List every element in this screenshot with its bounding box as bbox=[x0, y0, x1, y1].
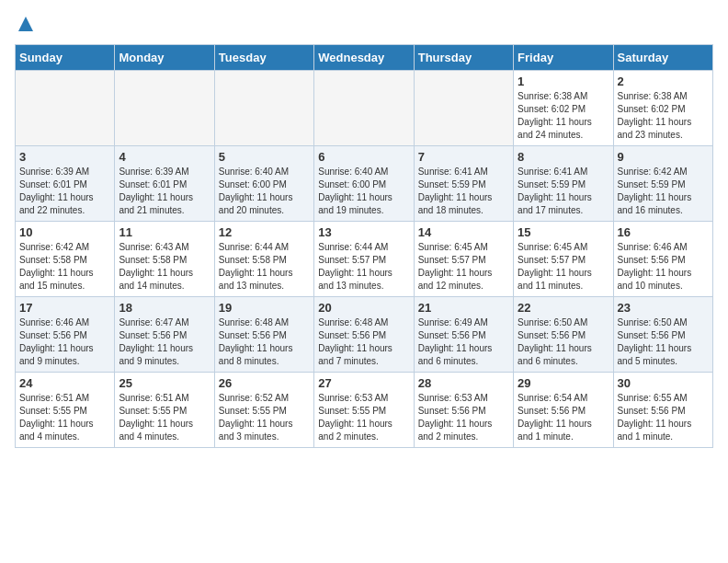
day-info: Sunrise: 6:50 AMSunset: 5:56 PMDaylight:… bbox=[618, 316, 709, 368]
day-number: 8 bbox=[518, 150, 609, 164]
calendar-cell: 14Sunrise: 6:45 AMSunset: 5:57 PMDayligh… bbox=[414, 222, 513, 297]
day-info: Sunrise: 6:50 AMSunset: 5:56 PMDaylight:… bbox=[518, 316, 609, 368]
day-number: 20 bbox=[318, 301, 409, 315]
logo-icon bbox=[17, 15, 35, 33]
day-info: Sunrise: 6:41 AMSunset: 5:59 PMDaylight:… bbox=[518, 166, 609, 217]
calendar-cell: 18Sunrise: 6:47 AMSunset: 5:56 PMDayligh… bbox=[115, 297, 214, 373]
day-header-wednesday: Wednesday bbox=[314, 45, 414, 71]
day-info: Sunrise: 6:51 AMSunset: 5:55 PMDaylight:… bbox=[119, 392, 210, 443]
day-number: 28 bbox=[418, 376, 509, 390]
day-info: Sunrise: 6:47 AMSunset: 5:56 PMDaylight:… bbox=[119, 316, 210, 368]
calendar-cell: 8Sunrise: 6:41 AMSunset: 5:59 PMDaylight… bbox=[514, 146, 613, 222]
day-header-thursday: Thursday bbox=[414, 45, 513, 71]
calendar-cell: 23Sunrise: 6:50 AMSunset: 5:56 PMDayligh… bbox=[613, 297, 712, 373]
calendar-week-row: 17Sunrise: 6:46 AMSunset: 5:56 PMDayligh… bbox=[16, 297, 713, 373]
day-info: Sunrise: 6:44 AMSunset: 5:57 PMDaylight:… bbox=[318, 241, 409, 293]
day-header-friday: Friday bbox=[514, 45, 613, 71]
day-number: 7 bbox=[418, 150, 509, 164]
calendar-cell: 12Sunrise: 6:44 AMSunset: 5:58 PMDayligh… bbox=[214, 222, 313, 297]
day-header-monday: Monday bbox=[115, 45, 214, 71]
day-number: 27 bbox=[318, 376, 409, 390]
day-number: 10 bbox=[19, 225, 110, 239]
day-info: Sunrise: 6:40 AMSunset: 6:00 PMDaylight:… bbox=[219, 166, 310, 217]
day-number: 12 bbox=[219, 225, 310, 239]
calendar-cell: 16Sunrise: 6:46 AMSunset: 5:56 PMDayligh… bbox=[613, 222, 712, 297]
day-number: 18 bbox=[119, 301, 210, 315]
day-number: 24 bbox=[19, 376, 110, 390]
day-number: 15 bbox=[518, 225, 609, 239]
calendar-week-row: 3Sunrise: 6:39 AMSunset: 6:01 PMDaylight… bbox=[16, 146, 713, 222]
day-number: 4 bbox=[119, 150, 210, 164]
day-info: Sunrise: 6:52 AMSunset: 5:55 PMDaylight:… bbox=[219, 392, 310, 443]
day-info: Sunrise: 6:39 AMSunset: 6:01 PMDaylight:… bbox=[19, 166, 110, 217]
day-info: Sunrise: 6:53 AMSunset: 5:56 PMDaylight:… bbox=[418, 392, 509, 443]
day-info: Sunrise: 6:38 AMSunset: 6:02 PMDaylight:… bbox=[618, 90, 709, 142]
day-info: Sunrise: 6:48 AMSunset: 5:56 PMDaylight:… bbox=[318, 316, 409, 368]
day-info: Sunrise: 6:54 AMSunset: 5:56 PMDaylight:… bbox=[518, 392, 609, 443]
day-number: 3 bbox=[19, 150, 110, 164]
calendar-cell: 20Sunrise: 6:48 AMSunset: 5:56 PMDayligh… bbox=[314, 297, 414, 373]
day-number: 6 bbox=[318, 150, 409, 164]
calendar-cell: 21Sunrise: 6:49 AMSunset: 5:56 PMDayligh… bbox=[414, 297, 513, 373]
calendar-cell bbox=[214, 71, 313, 146]
calendar-cell: 5Sunrise: 6:40 AMSunset: 6:00 PMDaylight… bbox=[214, 146, 313, 222]
calendar-cell: 22Sunrise: 6:50 AMSunset: 5:56 PMDayligh… bbox=[514, 297, 613, 373]
day-number: 23 bbox=[618, 301, 709, 315]
day-number: 30 bbox=[618, 376, 709, 390]
calendar-cell: 29Sunrise: 6:54 AMSunset: 5:56 PMDayligh… bbox=[514, 373, 613, 448]
calendar-cell: 25Sunrise: 6:51 AMSunset: 5:55 PMDayligh… bbox=[115, 373, 214, 448]
calendar-cell: 19Sunrise: 6:48 AMSunset: 5:56 PMDayligh… bbox=[214, 297, 313, 373]
page-header bbox=[15, 15, 713, 33]
calendar-cell: 17Sunrise: 6:46 AMSunset: 5:56 PMDayligh… bbox=[16, 297, 115, 373]
calendar-cell: 11Sunrise: 6:43 AMSunset: 5:58 PMDayligh… bbox=[115, 222, 214, 297]
day-info: Sunrise: 6:39 AMSunset: 6:01 PMDaylight:… bbox=[119, 166, 210, 217]
day-info: Sunrise: 6:46 AMSunset: 5:56 PMDaylight:… bbox=[618, 241, 709, 293]
calendar-header-row: SundayMondayTuesdayWednesdayThursdayFrid… bbox=[16, 45, 713, 71]
calendar-cell: 9Sunrise: 6:42 AMSunset: 5:59 PMDaylight… bbox=[613, 146, 712, 222]
day-number: 9 bbox=[618, 150, 709, 164]
day-info: Sunrise: 6:55 AMSunset: 5:56 PMDaylight:… bbox=[618, 392, 709, 443]
day-info: Sunrise: 6:48 AMSunset: 5:56 PMDaylight:… bbox=[219, 316, 310, 368]
day-number: 14 bbox=[418, 225, 509, 239]
svg-marker-0 bbox=[18, 17, 33, 31]
day-info: Sunrise: 6:45 AMSunset: 5:57 PMDaylight:… bbox=[518, 241, 609, 293]
day-number: 2 bbox=[618, 75, 709, 88]
calendar-cell: 4Sunrise: 6:39 AMSunset: 6:01 PMDaylight… bbox=[115, 146, 214, 222]
calendar-cell: 30Sunrise: 6:55 AMSunset: 5:56 PMDayligh… bbox=[613, 373, 712, 448]
day-number: 13 bbox=[318, 225, 409, 239]
calendar-cell bbox=[115, 71, 214, 146]
calendar-cell: 27Sunrise: 6:53 AMSunset: 5:55 PMDayligh… bbox=[314, 373, 414, 448]
day-number: 16 bbox=[618, 225, 709, 239]
calendar-cell: 13Sunrise: 6:44 AMSunset: 5:57 PMDayligh… bbox=[314, 222, 414, 297]
calendar-cell: 2Sunrise: 6:38 AMSunset: 6:02 PMDaylight… bbox=[613, 71, 712, 146]
day-info: Sunrise: 6:41 AMSunset: 5:59 PMDaylight:… bbox=[418, 166, 509, 217]
calendar-cell: 6Sunrise: 6:40 AMSunset: 6:00 PMDaylight… bbox=[314, 146, 414, 222]
calendar-week-row: 1Sunrise: 6:38 AMSunset: 6:02 PMDaylight… bbox=[16, 71, 713, 146]
calendar-table: SundayMondayTuesdayWednesdayThursdayFrid… bbox=[15, 44, 713, 448]
day-number: 26 bbox=[219, 376, 310, 390]
day-header-tuesday: Tuesday bbox=[214, 45, 313, 71]
calendar-cell: 28Sunrise: 6:53 AMSunset: 5:56 PMDayligh… bbox=[414, 373, 513, 448]
day-info: Sunrise: 6:42 AMSunset: 5:58 PMDaylight:… bbox=[19, 241, 110, 293]
day-info: Sunrise: 6:40 AMSunset: 6:00 PMDaylight:… bbox=[318, 166, 409, 217]
day-info: Sunrise: 6:45 AMSunset: 5:57 PMDaylight:… bbox=[418, 241, 509, 293]
day-number: 25 bbox=[119, 376, 210, 390]
day-info: Sunrise: 6:38 AMSunset: 6:02 PMDaylight:… bbox=[518, 90, 609, 142]
day-header-sunday: Sunday bbox=[16, 45, 115, 71]
calendar-cell bbox=[16, 71, 115, 146]
day-info: Sunrise: 6:49 AMSunset: 5:56 PMDaylight:… bbox=[418, 316, 509, 368]
day-number: 5 bbox=[219, 150, 310, 164]
day-number: 21 bbox=[418, 301, 509, 315]
calendar-week-row: 10Sunrise: 6:42 AMSunset: 5:58 PMDayligh… bbox=[16, 222, 713, 297]
day-number: 19 bbox=[219, 301, 310, 315]
day-header-saturday: Saturday bbox=[613, 45, 712, 71]
calendar-week-row: 24Sunrise: 6:51 AMSunset: 5:55 PMDayligh… bbox=[16, 373, 713, 448]
day-number: 29 bbox=[518, 376, 609, 390]
day-number: 22 bbox=[518, 301, 609, 315]
calendar-cell: 1Sunrise: 6:38 AMSunset: 6:02 PMDaylight… bbox=[514, 71, 613, 146]
calendar-cell: 24Sunrise: 6:51 AMSunset: 5:55 PMDayligh… bbox=[16, 373, 115, 448]
day-info: Sunrise: 6:42 AMSunset: 5:59 PMDaylight:… bbox=[618, 166, 709, 217]
calendar-cell: 10Sunrise: 6:42 AMSunset: 5:58 PMDayligh… bbox=[16, 222, 115, 297]
calendar-cell bbox=[414, 71, 513, 146]
day-number: 17 bbox=[19, 301, 110, 315]
